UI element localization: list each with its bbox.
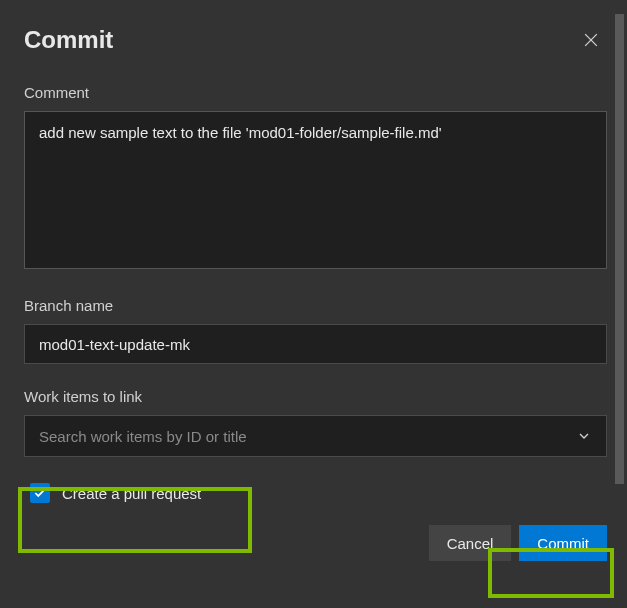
scrollbar[interactable] bbox=[615, 14, 624, 484]
comment-field-group: Comment bbox=[24, 84, 607, 273]
create-pull-request-checkbox[interactable] bbox=[30, 483, 50, 503]
close-button[interactable] bbox=[575, 24, 607, 56]
branch-field-group: Branch name bbox=[24, 297, 607, 364]
work-items-label: Work items to link bbox=[24, 388, 607, 405]
create-pull-request-row: Create a pull request bbox=[24, 479, 607, 511]
checkmark-icon bbox=[33, 486, 47, 500]
comment-label: Comment bbox=[24, 84, 607, 101]
cancel-button[interactable]: Cancel bbox=[429, 525, 512, 561]
work-items-field-group: Work items to link Search work items by … bbox=[24, 388, 607, 457]
commit-button[interactable]: Commit bbox=[519, 525, 607, 561]
work-items-placeholder: Search work items by ID or title bbox=[39, 428, 247, 445]
close-icon bbox=[581, 30, 601, 50]
dialog-footer: Cancel Commit bbox=[24, 525, 607, 561]
dialog-header: Commit bbox=[24, 24, 607, 56]
work-items-dropdown[interactable]: Search work items by ID or title bbox=[24, 415, 607, 457]
branch-name-input[interactable] bbox=[24, 324, 607, 364]
chevron-down-icon bbox=[576, 428, 592, 444]
create-pull-request-label: Create a pull request bbox=[62, 485, 201, 502]
comment-input[interactable] bbox=[24, 111, 607, 269]
dialog-title: Commit bbox=[24, 26, 113, 54]
branch-label: Branch name bbox=[24, 297, 607, 314]
commit-dialog: Commit Comment Branch name Work items to… bbox=[0, 0, 627, 608]
